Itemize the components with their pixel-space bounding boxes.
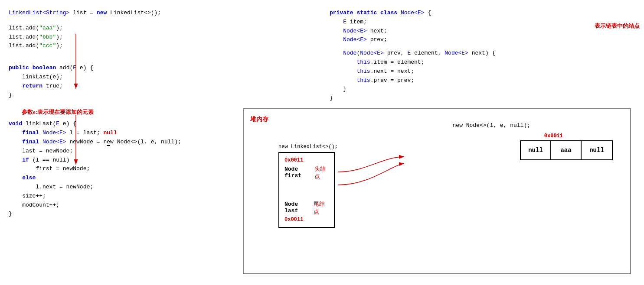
ll-line-2: final Node<E> l = last; null xyxy=(9,129,234,138)
linkedlist-box-container: new LinkedList<>(); 0x0011 Node first 头结… xyxy=(278,144,338,152)
ll-line-3: final Node<E> newNode = new Node<>(l, e,… xyxy=(9,138,234,147)
right-panel: private static class Node<E> { E item; N… xyxy=(234,4,635,281)
add-method-line-2: linkLast(e); xyxy=(9,73,234,82)
node-cell-prev: null xyxy=(521,141,551,159)
add-method-line-3: return true; xyxy=(9,82,234,91)
annotation-node: 表示链表中的结点 xyxy=(595,22,640,31)
heap-title: 堆内存 xyxy=(250,116,624,123)
ll-line-10: modCount++; xyxy=(9,201,234,210)
node-class-block: private static class Node<E> { E item; N… xyxy=(234,9,635,103)
node-cell-next: null xyxy=(582,141,612,159)
linklast-method-block: void linkLast(E e) { final Node<E> l = l… xyxy=(9,120,234,219)
node-line-9: } xyxy=(330,85,635,94)
code-line-4: list.add("ccc"); xyxy=(9,42,234,51)
ll-first-label: Node first 头结点 xyxy=(284,165,329,181)
node-line-4: Node<E> prev; xyxy=(330,36,635,45)
ll-last-label: Node last 尾结点 xyxy=(284,200,329,216)
code-line-1: LinkedList<String> list = new LinkedList… xyxy=(9,9,234,18)
node-addr-top: 0x0011 xyxy=(544,133,563,139)
annotation-parameter: 参数e:表示现在要添加的元素 xyxy=(22,108,234,116)
ll-line-8: l.next = newNode; xyxy=(9,183,234,192)
node-line-2: E item; xyxy=(330,18,635,27)
add-method-block: public boolean add(E e) { linkLast(e); r… xyxy=(9,64,234,100)
add-method-line-4: } xyxy=(9,91,234,100)
ll-box: 0x0011 Node first 头结点 Node last 尾结点 0x00… xyxy=(278,152,335,228)
code-line-3: list.add("bbb"); xyxy=(9,33,234,42)
ll-line-6: first = newNode; xyxy=(9,165,234,174)
heap-diagram: 堆内存 new Node<>(1, e, null); 0x0011 null … xyxy=(243,108,631,274)
left-panel: LinkedList<String> list = new LinkedList… xyxy=(9,4,234,281)
ll-line-11: } xyxy=(9,210,234,219)
add-method-line-1: public boolean add(E e) { xyxy=(9,64,234,73)
ll-line-9: size++; xyxy=(9,192,234,201)
node-cell-item: aaa xyxy=(551,141,582,159)
node-line-3: Node<E> next; xyxy=(330,27,635,36)
node-line-7: this.next = next; xyxy=(330,67,635,76)
ll-line-1: void linkLast(E e) { xyxy=(9,120,234,129)
code-line-2: list.add("aaa"); xyxy=(9,24,234,33)
ll-line-4: last = newNode; xyxy=(9,147,234,156)
ll-line-5: if (l == null) xyxy=(9,156,234,165)
ll-addr1: 0x0011 xyxy=(284,157,303,163)
node-line-6: this.item = element; xyxy=(330,58,635,67)
main-container: LinkedList<String> list = new LinkedList… xyxy=(0,0,644,285)
ll-line-7: else xyxy=(9,174,234,183)
node-line-1: private static class Node<E> { xyxy=(330,9,635,18)
node-cells: null aaa null xyxy=(520,140,613,160)
ll-code-label: new LinkedList<>(); xyxy=(278,144,338,150)
ll-addr2: 0x0011 xyxy=(284,217,303,223)
new-node-label: new Node<>(1, e, null); xyxy=(453,122,530,129)
top-code-block: LinkedList<String> list = new LinkedList… xyxy=(9,9,234,51)
node-line-10: } xyxy=(330,94,635,103)
node-line-5: Node(Node<E> prev, E element, Node<E> ne… xyxy=(330,49,635,58)
node-line-8: this.prev = prev; xyxy=(330,76,635,85)
